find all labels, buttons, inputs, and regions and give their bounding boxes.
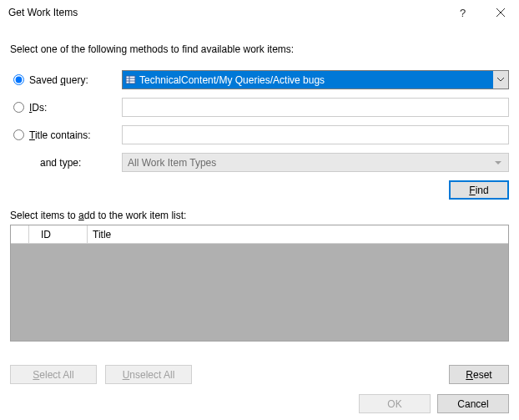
ok-button: OK (359, 394, 431, 413)
and-type-label: and type: (40, 157, 81, 169)
help-button[interactable]: ? (444, 0, 481, 25)
instruction-text: Select one of the following methods to f… (10, 43, 509, 55)
list-label: Select items to add to the work item lis… (10, 210, 509, 221)
saved-query-value: TechnicalContent/My Queries/Active bugs (138, 74, 493, 86)
ids-radio[interactable] (13, 102, 24, 113)
title-contains-radio[interactable] (13, 129, 24, 140)
cancel-button[interactable]: Cancel (437, 394, 509, 413)
title-contains-label[interactable]: Title contains: (29, 129, 91, 141)
saved-query-radio[interactable] (13, 74, 24, 85)
grid-col-title[interactable]: Title (88, 225, 508, 243)
grid-header: ID Title (11, 225, 508, 244)
window-title: Get Work Items (8, 7, 444, 18)
title-contains-row: Title contains: (10, 125, 509, 144)
close-icon (496, 8, 505, 17)
saved-query-combo[interactable]: TechnicalContent/My Queries/Active bugs (122, 70, 509, 89)
and-type-row: and type: All Work Item Types (10, 153, 509, 172)
titlebar: Get Work Items ? (0, 0, 519, 25)
ids-row: IDs: (10, 98, 509, 117)
unselect-all-button: Unselect All (105, 365, 192, 384)
svg-rect-2 (126, 76, 135, 83)
title-contains-input[interactable] (122, 125, 509, 144)
select-all-button: Select All (10, 365, 97, 384)
query-icon (123, 71, 138, 89)
saved-query-label[interactable]: Saved query: (29, 74, 88, 86)
ids-label[interactable]: IDs: (29, 102, 47, 114)
results-grid[interactable]: ID Title (10, 225, 509, 342)
type-select: All Work Item Types (122, 153, 509, 172)
find-button[interactable]: Find (449, 180, 509, 200)
ids-input[interactable] (122, 98, 509, 117)
saved-query-row: Saved query: TechnicalContent/My Queries… (10, 70, 509, 89)
close-button[interactable] (481, 0, 519, 25)
type-select-value: All Work Item Types (128, 157, 216, 169)
chevron-down-icon[interactable] (493, 71, 508, 89)
grid-col-checkbox[interactable] (11, 225, 29, 243)
grid-body (11, 244, 508, 341)
reset-button[interactable]: Reset (449, 365, 509, 384)
grid-col-id[interactable]: ID (29, 225, 88, 243)
